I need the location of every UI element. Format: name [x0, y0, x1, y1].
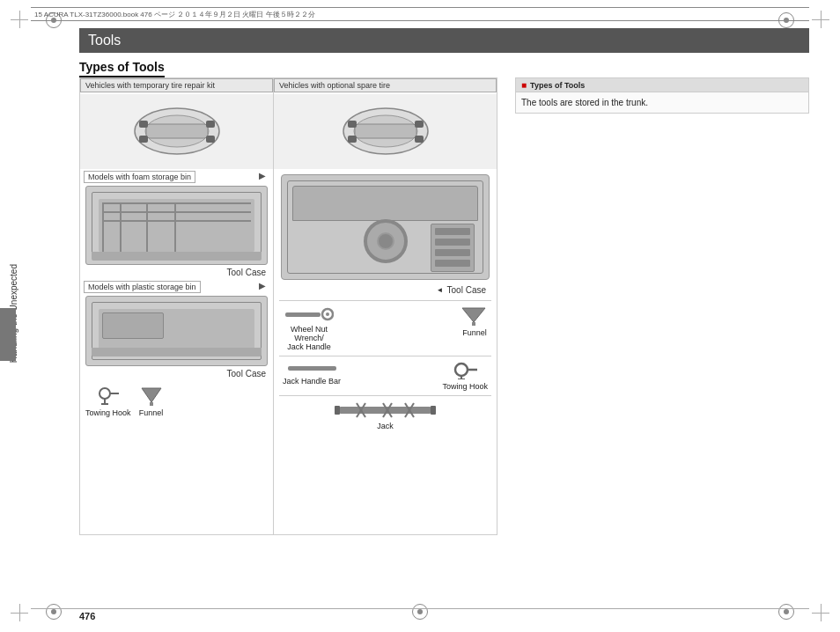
svg-rect-15: [355, 124, 416, 138]
foam-bin-icon: ▶: [259, 171, 266, 180]
divider-3: [279, 395, 491, 396]
svg-rect-3: [139, 121, 148, 128]
plastic-tool-case-caption: Tool Case: [80, 369, 273, 378]
sidebar-bar: [0, 308, 16, 361]
divider-1: [279, 300, 491, 301]
crop-mark-tr: [812, 11, 829, 28]
svg-rect-18: [348, 136, 357, 143]
info-box-title: Types of Tools: [530, 81, 585, 90]
info-box-content: The tools are stored in the trunk.: [516, 92, 808, 113]
jack-handle-bar-item: Jack Handle Bar: [283, 361, 341, 386]
car-image-right: [274, 94, 497, 169]
right-tool-case-caption: ◄ Tool Case: [274, 285, 497, 295]
svg-marker-11: [142, 388, 161, 402]
left-bottom-tools: Towing Hook Funnel: [80, 382, 273, 421]
divider-2: [279, 356, 491, 356]
plastic-bin-icon: ▶: [259, 281, 266, 290]
plastic-bin-label-container: Models with plastic storage bin ▶: [84, 281, 269, 293]
svg-rect-5: [139, 136, 148, 143]
left-panel: Vehicles with temporary tire repair kit: [80, 78, 274, 534]
jack-handle-bar-icon: [288, 361, 336, 375]
right-tool-row-3: Jack: [279, 398, 491, 433]
svg-rect-19: [415, 136, 424, 143]
svg-rect-6: [206, 136, 215, 143]
diagram-box: Vehicles with temporary tire repair kit: [79, 77, 497, 535]
page-number: 476: [79, 611, 95, 621]
funnel-item-right: Funnel: [461, 305, 488, 337]
svg-rect-2: [146, 124, 208, 138]
trunk-image-foam: [85, 186, 268, 265]
svg-rect-16: [348, 121, 357, 128]
info-icon: ■: [521, 80, 527, 90]
svg-rect-25: [288, 366, 336, 371]
svg-point-7: [99, 388, 110, 399]
info-box-header: ■ Types of Tools: [516, 78, 808, 92]
crop-mark-bl: [11, 604, 28, 621]
jack-label: Jack: [377, 422, 394, 430]
svg-marker-23: [462, 308, 485, 322]
svg-point-26: [455, 364, 468, 376]
funnel-icon-left: [138, 386, 165, 407]
funnel-label-right: Funnel: [462, 328, 487, 337]
right-tool-row-2: Jack Handle Bar Towing Hook: [279, 358, 491, 393]
right-tools-list: Wheel Nut Wrench/ Jack Handle Funnel: [274, 295, 497, 437]
trunk-image-right: [281, 174, 490, 280]
funnel-icon-right: [461, 305, 488, 327]
header-bar: 15 ACURA TLX-31TZ36000.book 476 ページ ２０１４…: [31, 7, 809, 21]
reg-circle-bl: [46, 604, 62, 620]
car-svg-left: [129, 103, 225, 160]
main-diagram: Vehicles with temporary tire repair kit: [79, 77, 502, 606]
svg-rect-37: [335, 406, 340, 415]
svg-rect-17: [415, 121, 424, 128]
towing-hook-icon-right: [450, 361, 480, 380]
jack-handle-bar-label: Jack Handle Bar: [283, 377, 341, 386]
trunk-image-plastic: [85, 296, 268, 366]
jack-icon: [333, 401, 438, 420]
page-title-bar: Tools: [79, 28, 809, 53]
left-panel-header: Vehicles with temporary tire repair kit: [80, 78, 273, 92]
crop-mark-br: [812, 604, 829, 621]
plastic-bin-label: Models with plastic storage bin: [84, 281, 201, 293]
section-heading: Types of Tools: [79, 60, 165, 77]
funnel-item-left: Funnel: [138, 386, 165, 417]
reg-circle-br: [778, 604, 794, 620]
page-title: Tools: [88, 33, 121, 48]
svg-rect-38: [431, 406, 436, 415]
bottom-line: [31, 608, 809, 609]
svg-rect-24: [472, 322, 475, 326]
svg-point-22: [326, 312, 329, 316]
wrench-item: Wheel Nut Wrench/ Jack Handle: [283, 305, 335, 351]
info-box: ■ Types of Tools The tools are stored in…: [515, 77, 809, 114]
crop-mark-tl: [11, 11, 28, 28]
towing-hook-icon: [95, 386, 122, 407]
svg-rect-20: [285, 312, 321, 317]
funnel-label-left: Funnel: [139, 408, 164, 417]
svg-rect-12: [150, 402, 153, 406]
foam-bin-label: Models with foam storage bin: [84, 171, 195, 183]
towing-hook-label-right: Towing Hook: [442, 382, 488, 391]
car-image-left: [80, 94, 273, 169]
car-svg-right: [337, 103, 434, 160]
svg-rect-4: [206, 121, 215, 128]
foam-bin-label-container: Models with foam storage bin ▶: [84, 171, 269, 183]
header-text: 15 ACURA TLX-31TZ36000.book 476 ページ ２０１４…: [34, 10, 315, 19]
wrench-icon: [285, 305, 334, 323]
towing-hook-item-left: Towing Hook: [85, 386, 131, 417]
right-tool-row-1: Wheel Nut Wrench/ Jack Handle Funnel: [279, 303, 491, 354]
towing-hook-label-left: Towing Hook: [85, 408, 131, 417]
foam-tool-case-caption: Tool Case: [80, 268, 273, 277]
towing-hook-item-right: Towing Hook: [442, 361, 488, 391]
jack-item: Jack: [333, 401, 438, 430]
right-panel: Vehicles with optional spare tire: [274, 78, 497, 534]
right-panel-header: Vehicles with optional spare tire: [274, 78, 497, 92]
reg-circle-bc: [412, 604, 428, 620]
wrench-label: Wheel Nut Wrench/ Jack Handle: [283, 325, 335, 351]
